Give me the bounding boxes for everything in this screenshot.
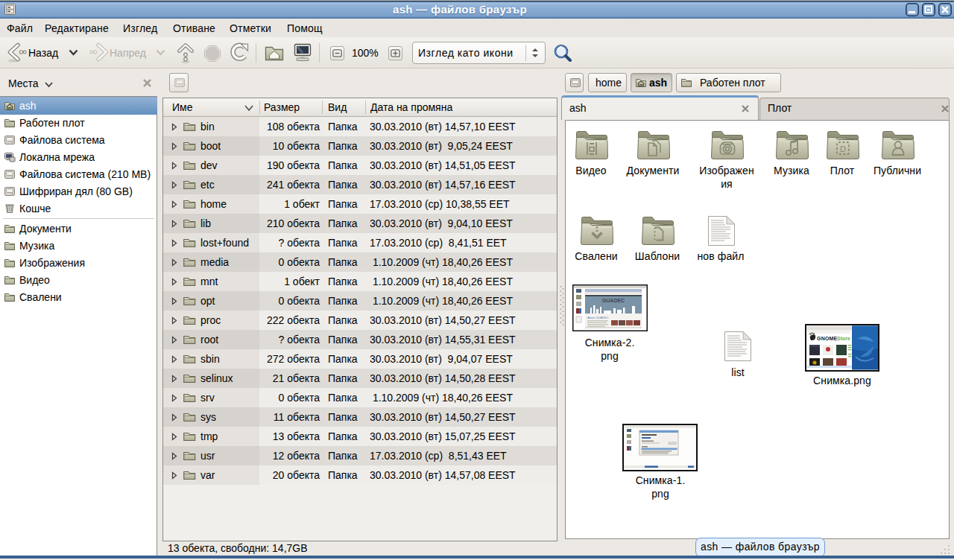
svg-text:Store: Store	[837, 336, 850, 341]
svg-text:GUADEC: GUADEC	[602, 298, 625, 303]
svg-text:About GUADEC: About GUADEC	[587, 316, 609, 319]
svg-text:D: D	[840, 144, 846, 153]
svg-text:GNOME: GNOME	[817, 336, 838, 341]
